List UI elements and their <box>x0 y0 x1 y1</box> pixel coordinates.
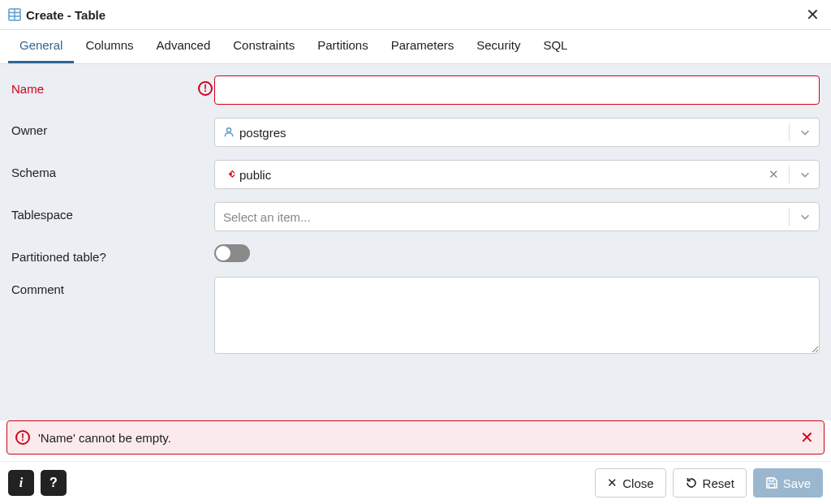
schema-icon <box>223 169 235 180</box>
owner-label: Owner <box>11 123 214 137</box>
tab-bar: General Columns Advanced Constraints Par… <box>0 30 831 64</box>
tab-general[interactable]: General <box>8 30 74 63</box>
close-icon: ✕ <box>607 476 618 490</box>
table-icon <box>8 8 21 21</box>
tablespace-select[interactable]: Select an item... <box>214 202 820 231</box>
schema-value: public <box>239 168 759 182</box>
tab-columns[interactable]: Columns <box>74 30 144 63</box>
tablespace-label: Tablespace <box>11 208 214 222</box>
tab-parameters[interactable]: Parameters <box>380 30 466 63</box>
save-button[interactable]: Save <box>753 468 823 498</box>
close-icon[interactable]: ✕ <box>799 428 816 447</box>
tablespace-placeholder: Select an item... <box>223 210 784 224</box>
clear-icon[interactable]: ✕ <box>764 167 784 182</box>
chevron-down-icon <box>794 209 812 225</box>
save-icon <box>765 476 778 489</box>
dialog-title: Create - Table <box>26 8 803 22</box>
error-icon: ! <box>15 430 30 445</box>
close-button[interactable]: ✕ Close <box>595 468 665 498</box>
tab-advanced[interactable]: Advanced <box>145 30 222 63</box>
name-label: Name <box>11 82 193 96</box>
comment-input[interactable] <box>214 277 820 354</box>
error-banner: ! 'Name' cannot be empty. ✕ <box>6 420 825 454</box>
chevron-down-icon <box>794 125 812 140</box>
reset-icon <box>685 476 698 489</box>
comment-label: Comment <box>11 282 214 296</box>
save-button-label: Save <box>783 476 811 490</box>
close-icon[interactable]: ✕ <box>803 5 823 24</box>
tab-constraints[interactable]: Constraints <box>222 30 306 63</box>
svg-rect-7 <box>769 478 773 481</box>
user-icon <box>223 127 235 138</box>
owner-select[interactable]: postgres <box>214 118 820 147</box>
tab-partitions[interactable]: Partitions <box>306 30 380 63</box>
dialog-footer: i ? ✕ Close Reset Save <box>0 461 831 504</box>
schema-select[interactable]: public ✕ <box>214 160 820 189</box>
schema-label: Schema <box>11 166 214 179</box>
titlebar: Create - Table ✕ <box>0 0 831 30</box>
tab-security[interactable]: Security <box>465 30 532 63</box>
svg-point-4 <box>226 128 230 132</box>
chevron-down-icon <box>794 167 812 183</box>
name-input[interactable] <box>214 75 820 105</box>
partitioned-toggle[interactable] <box>214 244 250 262</box>
error-icon: ! <box>198 81 213 96</box>
close-button-label: Close <box>622 476 653 490</box>
owner-value: postgres <box>239 126 784 140</box>
partitioned-label: Partitioned table? <box>11 250 214 264</box>
reset-button-label: Reset <box>703 476 734 490</box>
reset-button[interactable]: Reset <box>673 468 747 498</box>
info-button[interactable]: i <box>8 470 34 496</box>
help-button[interactable]: ? <box>41 470 67 496</box>
tab-sql[interactable]: SQL <box>532 30 579 63</box>
error-message: 'Name' cannot be empty. <box>38 431 792 445</box>
